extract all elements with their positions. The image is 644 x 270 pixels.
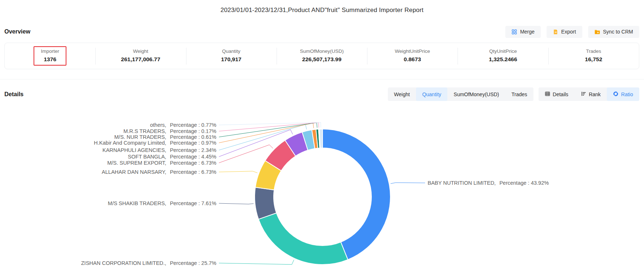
pie-slice-10[interactable]	[319, 129, 323, 148]
tab-quantity[interactable]: Quantity	[416, 87, 447, 101]
slice-label-4: M/S. SUPREM EXPORT,Percentage : 6.73%	[107, 160, 216, 166]
tab-weight[interactable]: Weight	[388, 87, 416, 101]
tab-details-view-label: Details	[553, 91, 568, 97]
view-tab-group: Details Rank Ratio	[539, 87, 639, 101]
importer-ratio-donut-chart: BABY NUTRITION LIMITED,Percentage : 43.9…	[0, 0, 644, 270]
details-header-row: Details Weight Quantity SumOfMoney(USD) …	[4, 87, 639, 101]
details-tab-zone: Weight Quantity SumOfMoney(USD) Trades D…	[388, 87, 639, 101]
slice-label-0: BABY NUTRITION LIMITED,Percentage : 43.9…	[428, 180, 549, 186]
metric-tab-group: Weight Quantity SumOfMoney(USD) Trades	[388, 87, 533, 101]
label-line-1	[219, 260, 294, 265]
slice-label-10: others,Percentage : 0.77%	[150, 122, 216, 128]
slice-label-6: KARNAPHULI AGENCIES,Percentage : 2.34%	[103, 147, 216, 153]
slice-label-5: SOFT BANGLA,Percentage : 4.45%	[128, 154, 216, 160]
slice-label-3: ALLAHAR DAN NARSARY,Percentage : 6.73%	[102, 169, 216, 175]
slice-label-8: M/S. NUR TRADERS,Percentage : 0.61%	[114, 134, 216, 140]
ratio-circle-icon	[613, 91, 618, 98]
tab-rank-view-label: Rank	[589, 91, 601, 97]
label-line-0	[391, 183, 425, 184]
slice-label-2: M/S SHAKIB TRADERS,Percentage : 7.61%	[108, 200, 217, 206]
rank-icon	[581, 91, 586, 98]
slice-label-1: ZISHAN CORPORATION LIMITED.,Percentage :…	[81, 260, 216, 266]
tab-trades[interactable]: Trades	[505, 87, 533, 101]
pie-slice-2[interactable]	[255, 187, 277, 219]
tab-rank-view[interactable]: Rank	[575, 87, 607, 101]
tab-ratio-view[interactable]: Ratio	[607, 87, 639, 101]
tab-weight-label: Weight	[394, 91, 410, 97]
label-line-2	[219, 203, 254, 204]
tab-quantity-label: Quantity	[422, 91, 441, 97]
table-icon	[545, 91, 550, 98]
label-line-3	[219, 171, 258, 173]
details-heading: Details	[4, 91, 23, 98]
pie-slice-1[interactable]	[259, 213, 348, 265]
tab-sum-of-money[interactable]: SumOfMoney(USD)	[447, 87, 505, 101]
tab-sum-of-money-label: SumOfMoney(USD)	[454, 91, 499, 97]
tab-trades-label: Trades	[512, 91, 527, 97]
pie-slice-0[interactable]	[323, 129, 390, 260]
slice-label-7: H.Kabir And Company Limited,Percentage :…	[94, 140, 216, 146]
tab-details-view[interactable]: Details	[539, 87, 575, 101]
tab-ratio-view-label: Ratio	[621, 91, 633, 97]
slice-label-9: M.R.S TRADERS,Percentage : 0.17%	[123, 128, 216, 134]
label-line-4	[219, 145, 273, 163]
